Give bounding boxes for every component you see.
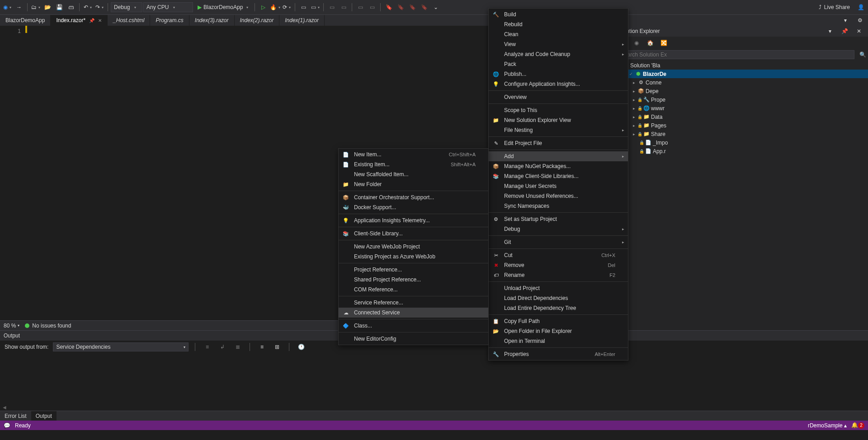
output-clear-button[interactable]: ≡ xyxy=(202,342,212,352)
bookmark3-button[interactable]: 🔖 xyxy=(407,2,418,12)
menu-item[interactable]: Sync Namespaces xyxy=(489,201,628,211)
menu-item[interactable]: Open in Terminal xyxy=(489,336,628,346)
se-dropdown-button[interactable]: ▾ xyxy=(825,26,835,36)
bookmark2-button[interactable]: 🔖 xyxy=(395,2,406,12)
menu-item[interactable]: Unload Project xyxy=(489,283,628,293)
output-clock-button[interactable]: 🕐 xyxy=(296,342,307,352)
ext3-button[interactable]: ▭ xyxy=(326,2,337,12)
doc-tab[interactable]: Index.razor*📌✕ xyxy=(51,15,108,26)
pin-icon[interactable]: 📌 xyxy=(89,18,94,23)
save-button[interactable]: 💾 xyxy=(54,2,65,12)
doc-tab[interactable]: Index(1).razor xyxy=(279,15,325,26)
imports-file-node[interactable]: 🔒📄_Impo xyxy=(615,138,868,147)
menu-item[interactable]: 🌐Publish... xyxy=(489,69,628,79)
ext2-button[interactable]: ▭ xyxy=(310,2,321,12)
nav-back-button[interactable]: ◉ xyxy=(2,2,13,12)
data-folder-node[interactable]: ▸🔒📁Data xyxy=(615,112,868,121)
menu-item[interactable]: New Scaffolded Item... xyxy=(339,169,488,179)
menu-item[interactable]: Debug xyxy=(489,224,628,234)
menu-item[interactable]: 💡Configure Application Insights... xyxy=(489,79,628,89)
open-file-button[interactable]: 📂 xyxy=(42,2,53,12)
menu-item[interactable]: Rebuild xyxy=(489,19,628,29)
menu-item[interactable]: ✎Edit Project File xyxy=(489,138,628,148)
output-filter-button[interactable]: ≣ xyxy=(232,342,243,352)
close-icon[interactable]: ✕ xyxy=(98,18,102,23)
se-forward-button[interactable]: ◉ xyxy=(631,38,642,48)
menu-item[interactable]: ⚙Set as Startup Project xyxy=(489,214,628,224)
new-project-button[interactable]: 🗂 xyxy=(30,2,41,12)
bookmark4-button[interactable]: 🔖 xyxy=(419,2,429,12)
se-search-icon[interactable]: 🔍 xyxy=(857,50,868,60)
tabs-settings-button[interactable]: ⚙ xyxy=(854,15,865,25)
menu-item[interactable]: 🔨Build xyxy=(489,9,628,19)
menu-item[interactable]: Project Reference... xyxy=(339,265,488,275)
pages-folder-node[interactable]: ▸🔒📁Pages xyxy=(615,121,868,130)
se-switch-views-button[interactable]: 🔀 xyxy=(658,38,669,48)
menu-item[interactable]: ✂CutCtrl+X xyxy=(489,250,628,260)
start-debug-button[interactable]: ▶ BlazorDemoApp xyxy=(194,2,252,12)
wwwroot-node[interactable]: ▸🔒🌐wwwr xyxy=(615,104,868,112)
doc-tab[interactable]: _Host.cshtml xyxy=(108,15,150,26)
menu-item[interactable]: File Nesting xyxy=(489,125,628,135)
ext6-button[interactable]: ▭ xyxy=(367,2,377,12)
output-toggle-button[interactable]: ⊞ xyxy=(272,342,283,352)
output-tab[interactable]: Output xyxy=(31,411,57,421)
dependencies-node[interactable]: ▸📦Depe xyxy=(615,87,868,95)
menu-item[interactable]: 📦Container Orchestrator Support... xyxy=(339,192,488,202)
browser-link-button[interactable]: ⟳ xyxy=(281,2,292,12)
scroll-left-icon[interactable]: ◄ xyxy=(2,404,7,411)
menu-item[interactable]: Manage User Secrets xyxy=(489,181,628,191)
menu-item[interactable]: Remove Unused References... xyxy=(489,191,628,201)
connected-services-node[interactable]: ▸⚙Conne xyxy=(615,78,868,87)
ext4-button[interactable]: ▭ xyxy=(338,2,349,12)
menu-item[interactable]: 📁New Folder xyxy=(339,179,488,189)
doc-tab[interactable]: Index(3).razor xyxy=(189,15,235,26)
menu-item[interactable]: 📁New Solution Explorer View xyxy=(489,115,628,125)
menu-item[interactable]: 🔷Class... xyxy=(339,321,488,331)
menu-item[interactable]: Add xyxy=(489,151,628,161)
notifications-button[interactable]: 🔔2 xyxy=(851,422,864,429)
doc-tab[interactable]: Index(2).razor xyxy=(235,15,280,26)
menu-item[interactable]: New EditorConfig xyxy=(339,334,488,344)
se-close-button[interactable]: ✕ xyxy=(854,26,864,36)
ext5-button[interactable]: ▭ xyxy=(355,2,366,12)
doc-tab[interactable]: Program.cs xyxy=(150,15,189,26)
app-file-node[interactable]: 🔒📄App.r xyxy=(615,147,868,155)
start-no-debug-button[interactable]: ▷ xyxy=(258,2,269,12)
output-wrap-button[interactable]: ↲ xyxy=(217,342,228,352)
live-share-button[interactable]: ⤴ Live Share xyxy=(814,4,854,10)
account-button[interactable]: 👤 xyxy=(855,2,866,12)
menu-item[interactable]: View xyxy=(489,39,628,49)
doc-tab[interactable]: BlazorDemoApp xyxy=(0,15,51,26)
error-list-tab[interactable]: Error List xyxy=(0,411,31,421)
nav-forward-button[interactable]: → xyxy=(14,2,24,12)
shared-folder-node[interactable]: ▸🔒📁Share xyxy=(615,130,868,138)
menu-item[interactable]: Shared Project Reference... xyxy=(339,275,488,285)
menu-item[interactable]: Load Direct Dependencies xyxy=(489,293,628,303)
menu-item[interactable]: 📄Existing Item...Shift+Alt+A xyxy=(339,159,488,169)
feedback-icon[interactable]: 💬 xyxy=(4,422,10,429)
undo-button[interactable]: ↶ xyxy=(82,2,93,12)
menu-item[interactable]: Overview xyxy=(489,92,628,102)
menu-item[interactable]: COM Reference... xyxy=(339,285,488,295)
menu-item[interactable]: 📦Manage NuGet Packages... xyxy=(489,161,628,171)
menu-item[interactable]: 🔧PropertiesAlt+Enter xyxy=(489,349,628,359)
overflow-button[interactable]: ⌄ xyxy=(430,2,441,12)
menu-item[interactable]: Scope to This xyxy=(489,105,628,115)
menu-item[interactable]: Existing Project as Azure WebJob xyxy=(339,252,488,262)
menu-item[interactable]: 📄New Item...Ctrl+Shift+A xyxy=(339,150,488,159)
solution-node[interactable]: 🔒🟪Solution 'Bla xyxy=(615,61,868,70)
output-source-combo[interactable]: Service Dependencies▾ xyxy=(53,342,189,351)
output-list-button[interactable]: ≡ xyxy=(256,342,267,352)
ext1-button[interactable]: ▭ xyxy=(298,2,309,12)
menu-item[interactable]: 📚Manage Client-Side Libraries... xyxy=(489,171,628,181)
se-home-button[interactable]: 🏠 xyxy=(645,38,656,48)
tabs-dropdown-button[interactable]: ▾ xyxy=(840,15,851,25)
project-node[interactable]: ▾✓⬢BlazorDe xyxy=(615,70,868,78)
menu-item[interactable]: Pack xyxy=(489,59,628,69)
hot-reload-button[interactable]: 🔥 xyxy=(269,2,280,12)
save-all-button[interactable]: 🗃 xyxy=(66,2,76,12)
menu-item[interactable]: 🐳Docker Support... xyxy=(339,202,488,212)
se-search-input[interactable] xyxy=(618,50,854,59)
menu-item[interactable]: 📂Open Folder in File Explorer xyxy=(489,326,628,336)
